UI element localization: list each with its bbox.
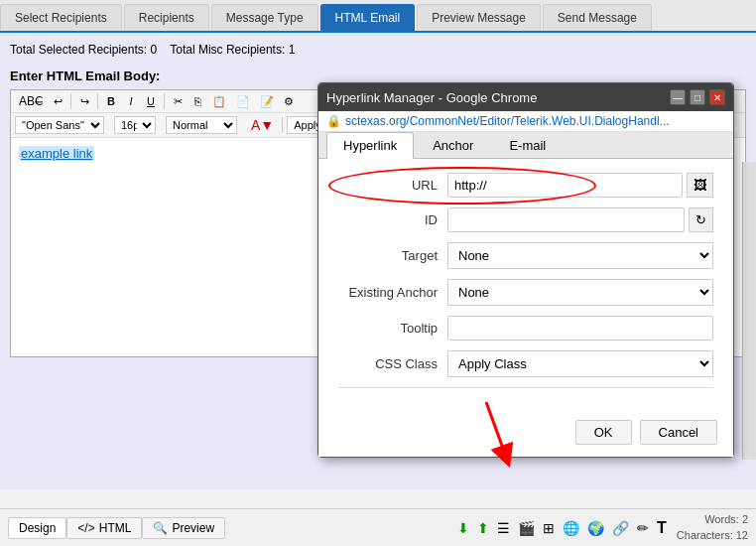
dialog-tab-email[interactable]: E-mail <box>492 132 563 158</box>
minimize-button[interactable]: — <box>670 89 686 105</box>
edit2-icon[interactable]: ✏ <box>635 518 651 538</box>
network-icon[interactable]: 🌍 <box>585 518 606 538</box>
dialog-url-text: sctexas.org/CommonNet/Editor/Telerik.Web… <box>345 114 670 128</box>
dialog-form: URL 🖼 ID ↻ Target <box>318 159 733 414</box>
dialog-url-bar: 🔒 sctexas.org/CommonNet/Editor/Telerik.W… <box>318 111 733 132</box>
id-input-group: ↻ <box>447 207 713 232</box>
maximize-button[interactable]: □ <box>690 89 705 105</box>
recipients-bar: Total Selected Recipients: 0 Total Misc … <box>10 39 746 61</box>
paste-text-icon[interactable]: 📄 <box>232 93 254 110</box>
text-icon[interactable]: T <box>655 517 669 539</box>
tab-message-type[interactable]: Message Type <box>211 4 318 31</box>
dialog-window: Hyperlink Manager - Google Chrome — □ ✕ … <box>317 82 734 458</box>
form-divider <box>338 387 713 388</box>
id-label: ID <box>338 212 447 227</box>
dialog-titlebar: Hyperlink Manager - Google Chrome — □ ✕ <box>318 83 733 111</box>
css-class-select[interactable]: Apply Class <box>447 350 713 377</box>
separator-3 <box>164 93 165 109</box>
anchor-label: Existing Anchor <box>338 285 447 300</box>
dialog-footer: OK Cancel <box>318 414 733 457</box>
target-form-row: Target None <box>338 242 713 269</box>
url-input[interactable] <box>447 173 683 198</box>
lock-icon: 🔒 <box>326 114 341 128</box>
cancel-button[interactable]: Cancel <box>640 420 717 445</box>
icon-bar: ⬇ ⬆ ☰ 🎬 ⊞ 🌐 🌍 🔗 ✏ T <box>455 517 669 539</box>
id-form-row: ID ↻ <box>338 207 713 232</box>
tooltip-form-row: Tooltip <box>338 316 713 341</box>
arrow-up-icon[interactable]: ⬆ <box>475 518 491 538</box>
example-link-text: example link <box>19 146 94 161</box>
email-body-label: Enter HTML Email Body: <box>10 68 746 83</box>
anchor-form-row: Existing Anchor None <box>338 279 713 306</box>
redo-icon[interactable]: ↪ <box>75 93 93 110</box>
total-recipients-value: 0 <box>150 43 157 57</box>
dialog-title: Hyperlink Manager - Google Chrome <box>326 90 537 105</box>
tooltip-label: Tooltip <box>338 321 447 336</box>
dialog-controls: — □ ✕ <box>670 89 725 105</box>
url-label: URL <box>338 178 447 193</box>
target-select[interactable]: None <box>447 242 713 269</box>
total-recipients-label: Total Selected Recipients: <box>10 43 147 57</box>
close-button[interactable]: ✕ <box>709 89 725 105</box>
misc-recipients-label: Total Misc Recipients: <box>170 43 285 57</box>
status-bar: Design </> HTML 🔍 Preview ⬇ ⬆ ☰ 🎬 ⊞ 🌐 🌍 … <box>0 508 756 546</box>
link-icon[interactable]: 🔗 <box>610 518 631 538</box>
main-content: Total Selected Recipients: 0 Total Misc … <box>0 33 756 489</box>
id-input[interactable] <box>447 207 685 232</box>
strikethrough-icon[interactable]: ABC̶ <box>15 92 47 110</box>
id-refresh-button[interactable]: ↻ <box>689 207 713 232</box>
undo-icon[interactable]: ↩ <box>49 93 66 110</box>
italic-icon[interactable]: I <box>122 93 140 109</box>
separator-4 <box>282 117 283 133</box>
separator-2 <box>97 93 98 109</box>
url-input-group: 🖼 <box>447 173 713 198</box>
style-select[interactable]: Normal <box>166 116 237 134</box>
dialog-tab-hyperlink[interactable]: Hyperlink <box>326 132 414 159</box>
dialog-tab-anchor[interactable]: Anchor <box>416 132 490 158</box>
css-class-label: CSS Class <box>338 356 447 371</box>
html-icon: </> <box>77 521 94 535</box>
separator-1 <box>70 93 71 109</box>
tab-select-recipients[interactable]: Select Recipients <box>0 4 122 31</box>
globe-icon[interactable]: 🌐 <box>561 518 581 538</box>
preview-button[interactable]: 🔍 Preview <box>142 517 225 539</box>
font-size-select[interactable]: 16px <box>114 116 156 134</box>
tab-send-message[interactable]: Send Message <box>543 4 652 31</box>
css-class-form-row: CSS Class Apply Class <box>338 350 713 377</box>
cut-icon[interactable]: ✂ <box>169 93 187 110</box>
url-picker-button[interactable]: 🖼 <box>687 173 713 198</box>
misc-recipients-value: 1 <box>289 43 296 57</box>
nav-tabs: Select Recipients Recipients Message Typ… <box>0 0 756 33</box>
ok-button[interactable]: OK <box>575 420 632 445</box>
scrollbar[interactable] <box>742 162 756 460</box>
arrow-down-icon[interactable]: ⬇ <box>455 518 471 538</box>
word-count: Words: 2 Characters: 12 <box>677 512 748 543</box>
design-button[interactable]: Design <box>8 517 66 539</box>
tooltip-input[interactable] <box>447 316 713 341</box>
html-button[interactable]: </> HTML <box>66 517 142 539</box>
underline-icon[interactable]: U <box>142 93 160 109</box>
bold-icon[interactable]: B <box>102 93 120 109</box>
tab-html-email[interactable]: HTML Email <box>320 4 416 31</box>
format-icon[interactable]: ⚙ <box>280 93 298 110</box>
anchor-select[interactable]: None <box>447 279 713 306</box>
copy-icon[interactable]: ⎘ <box>189 93 206 109</box>
paste-icon[interactable]: 📋 <box>208 93 230 110</box>
tab-preview-message[interactable]: Preview Message <box>417 4 541 31</box>
magnifier-icon: 🔍 <box>153 521 168 535</box>
url-form-row: URL 🖼 <box>338 173 713 198</box>
dialog-tabs: Hyperlink Anchor E-mail <box>318 132 733 159</box>
tab-recipients[interactable]: Recipients <box>124 4 209 31</box>
paste-word-icon[interactable]: 📝 <box>256 93 278 110</box>
video-icon[interactable]: 🎬 <box>516 518 537 538</box>
font-family-select[interactable]: "Open Sans",... <box>15 116 104 134</box>
font-color-icon[interactable]: A▼ <box>247 115 278 135</box>
target-label: Target <box>338 248 447 263</box>
align-icon[interactable]: ☰ <box>495 518 512 538</box>
table-icon-bottom[interactable]: ⊞ <box>541 518 557 538</box>
